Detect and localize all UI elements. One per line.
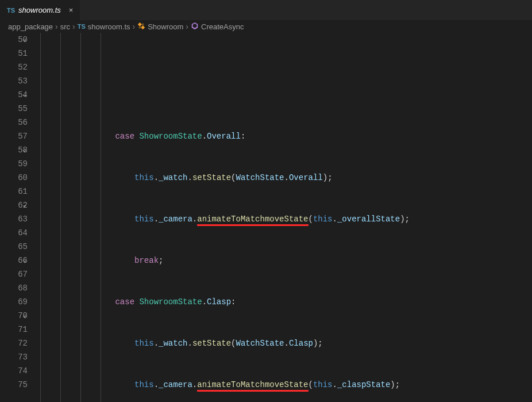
tab-filename: showroom.ts (18, 6, 61, 14)
breadcrumb-item[interactable]: showroom.ts (88, 22, 130, 31)
tab-showroom[interactable]: TS showroom.ts × (0, 0, 80, 20)
typescript-icon: TS (78, 23, 86, 30)
fold-icon[interactable]: ⌄ (23, 88, 26, 102)
fold-icon[interactable]: ⌄ (23, 198, 26, 212)
editor[interactable]: 50⌄ 51 52 53 54⌄ 55 56 57 58⌄ 59 60 61 6… (0, 33, 532, 402)
close-icon[interactable]: × (69, 6, 74, 14)
chevron-right-icon: › (186, 22, 188, 31)
fold-icon[interactable]: ⌄ (23, 143, 26, 157)
breadcrumb-item[interactable]: src (60, 22, 70, 31)
underlined-method: animateToMatchmoveState (197, 215, 308, 226)
chevron-right-icon: › (55, 22, 58, 31)
tab-bar: TS showroom.ts × (0, 0, 532, 20)
fold-icon[interactable]: ⌄ (23, 33, 26, 47)
line-number-gutter: 50⌄ 51 52 53 54⌄ 55 56 57 58⌄ 59 60 61 6… (0, 33, 38, 402)
breadcrumb-item[interactable]: Showroom (148, 22, 183, 31)
chevron-right-icon: › (133, 22, 136, 31)
typescript-icon: TS (7, 7, 15, 14)
chevron-right-icon: › (72, 22, 75, 31)
method-icon (191, 22, 199, 31)
breadcrumb-item[interactable]: app_package (8, 22, 53, 31)
breadcrumb-item[interactable]: CreateAsync (201, 22, 244, 31)
code-area[interactable]: case ShowroomState.Overall: this._watch.… (38, 33, 532, 402)
fold-icon[interactable]: ⌄ (23, 309, 26, 323)
underlined-method: animateToMatchmoveState (197, 380, 308, 392)
breadcrumb: app_package › src › TS showroom.ts › Sho… (0, 20, 532, 33)
fold-icon[interactable]: ⌄ (23, 254, 26, 267)
class-icon (137, 22, 145, 31)
